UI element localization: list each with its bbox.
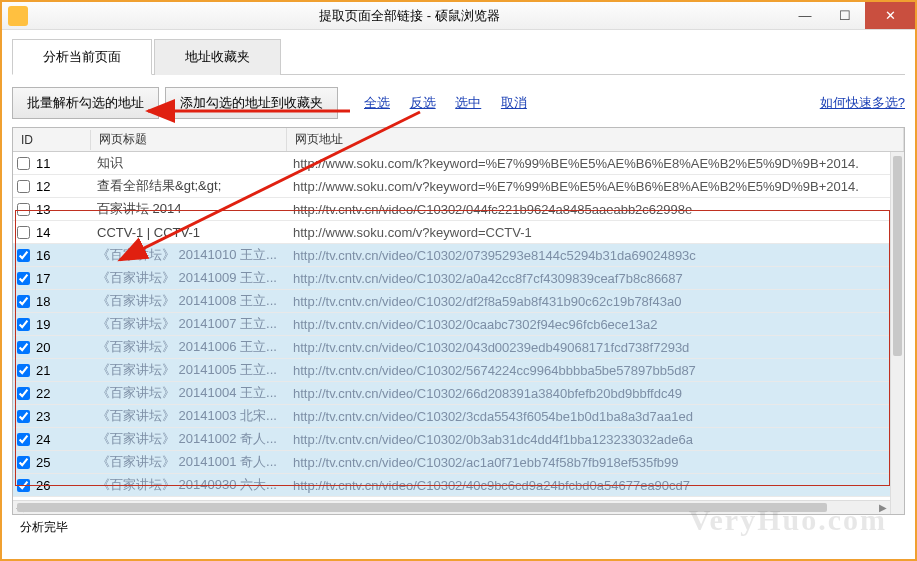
batch-parse-button[interactable]: 批量解析勾选的地址 [12,87,159,119]
table-row[interactable]: 17《百家讲坛》 20141009 王立...http://tv.cntv.cn… [13,267,904,290]
table-row[interactable]: 16《百家讲坛》 20141010 王立...http://tv.cntv.cn… [13,244,904,267]
row-url: http://www.soku.com/v?keyword=%E7%99%BE%… [287,179,904,194]
app-icon [8,6,28,26]
row-checkbox[interactable] [17,203,30,216]
row-checkbox[interactable] [17,157,30,170]
row-checkbox[interactable] [17,249,30,262]
table-row[interactable]: 18《百家讲坛》 20141008 王立...http://tv.cntv.cn… [13,290,904,313]
row-title: 《百家讲坛》 20141002 奇人... [91,430,287,448]
row-id: 20 [36,340,50,355]
row-title: 查看全部结果&gt;&gt; [91,177,287,195]
table-row[interactable]: 23《百家讲坛》 20141003 北宋...http://tv.cntv.cn… [13,405,904,428]
scroll-thumb[interactable] [893,156,902,356]
window-title: 提取页面全部链接 - 硕鼠浏览器 [34,7,785,25]
row-id: 12 [36,179,50,194]
link-grid: ID 网页标题 网页地址 11知识http://www.soku.com/k?k… [12,127,905,515]
row-checkbox[interactable] [17,272,30,285]
row-url: http://www.soku.com/v?keyword=CCTV-1 [287,225,904,240]
row-id: 26 [36,478,50,493]
table-row[interactable]: 13百家讲坛 2014http://tv.cntv.cn/video/C1030… [13,198,904,221]
row-id: 25 [36,455,50,470]
header-url[interactable]: 网页地址 [287,128,904,151]
row-title: 《百家讲坛》 20141005 王立... [91,361,287,379]
tab-bar: 分析当前页面 地址收藏夹 [12,38,905,75]
row-id: 21 [36,363,50,378]
help-link[interactable]: 如何快速多选? [820,94,905,112]
row-url: http://tv.cntv.cn/video/C10302/043d00239… [287,340,904,355]
row-checkbox[interactable] [17,433,30,446]
row-title: 《百家讲坛》 20141010 王立... [91,246,287,264]
grid-header: ID 网页标题 网页地址 [13,128,904,152]
row-id: 13 [36,202,50,217]
row-title: 《百家讲坛》 20140930 六大... [91,476,287,494]
title-bar: 提取页面全部链接 - 硕鼠浏览器 — ☐ ✕ [2,2,915,30]
table-row[interactable]: 24《百家讲坛》 20141002 奇人...http://tv.cntv.cn… [13,428,904,451]
row-url: http://tv.cntv.cn/video/C10302/0caabc730… [287,317,904,332]
table-row[interactable]: 19《百家讲坛》 20141007 王立...http://tv.cntv.cn… [13,313,904,336]
row-checkbox[interactable] [17,410,30,423]
row-checkbox[interactable] [17,456,30,469]
row-id: 19 [36,317,50,332]
table-row[interactable]: 21《百家讲坛》 20141005 王立...http://tv.cntv.cn… [13,359,904,382]
toolbar: 批量解析勾选的地址 添加勾选的地址到收藏夹 全选 反选 选中 取消 如何快速多选… [12,75,905,127]
row-url: http://tv.cntv.cn/video/C10302/07395293e… [287,248,904,263]
row-url: http://tv.cntv.cn/video/C10302/044fc221b… [287,202,904,217]
table-row[interactable]: 11知识http://www.soku.com/k?keyword=%E7%99… [13,152,904,175]
row-title: 《百家讲坛》 20141007 王立... [91,315,287,333]
row-title: 《百家讲坛》 20141004 王立... [91,384,287,402]
table-row[interactable]: 22《百家讲坛》 20141004 王立...http://tv.cntv.cn… [13,382,904,405]
row-id: 24 [36,432,50,447]
tab-favorites[interactable]: 地址收藏夹 [154,39,281,75]
row-url: http://tv.cntv.cn/video/C10302/df2f8a59a… [287,294,904,309]
tab-analyze[interactable]: 分析当前页面 [12,39,152,75]
row-id: 16 [36,248,50,263]
table-row[interactable]: 14CCTV-1 | CCTV-1http://www.soku.com/v?k… [13,221,904,244]
row-id: 17 [36,271,50,286]
window-buttons: — ☐ ✕ [785,2,915,29]
row-url: http://www.soku.com/k?keyword=%E7%99%BE%… [287,156,904,171]
invert-selection-link[interactable]: 反选 [410,95,436,110]
row-checkbox[interactable] [17,479,30,492]
select-all-link[interactable]: 全选 [364,95,390,110]
row-checkbox[interactable] [17,295,30,308]
row-checkbox[interactable] [17,364,30,377]
table-row[interactable]: 25《百家讲坛》 20141001 奇人...http://tv.cntv.cn… [13,451,904,474]
grid-body: 11知识http://www.soku.com/k?keyword=%E7%99… [13,152,904,514]
row-id: 18 [36,294,50,309]
header-title[interactable]: 网页标题 [91,128,287,151]
table-row[interactable]: 26《百家讲坛》 20140930 六大...http://tv.cntv.cn… [13,474,904,497]
close-button[interactable]: ✕ [865,2,915,29]
table-row[interactable]: 12查看全部结果&gt;&gt;http://www.soku.com/v?ke… [13,175,904,198]
row-url: http://tv.cntv.cn/video/C10302/40c9bc6cd… [287,478,904,493]
row-checkbox[interactable] [17,318,30,331]
row-url: http://tv.cntv.cn/video/C10302/0b3ab31dc… [287,432,904,447]
row-title: 《百家讲坛》 20141006 王立... [91,338,287,356]
vertical-scrollbar[interactable] [890,152,904,514]
row-title: 知识 [91,154,287,172]
row-title: CCTV-1 | CCTV-1 [91,225,287,240]
row-id: 23 [36,409,50,424]
selection-links: 全选 反选 选中 取消 [356,94,535,112]
row-checkbox[interactable] [17,226,30,239]
row-title: 《百家讲坛》 20141009 王立... [91,269,287,287]
row-checkbox[interactable] [17,180,30,193]
row-id: 11 [36,156,50,171]
select-link[interactable]: 选中 [455,95,481,110]
row-url: http://tv.cntv.cn/video/C10302/a0a42cc8f… [287,271,904,286]
row-title: 《百家讲坛》 20141003 北宋... [91,407,287,425]
row-url: http://tv.cntv.cn/video/C10302/ac1a0f71e… [287,455,904,470]
table-row[interactable]: 20《百家讲坛》 20141006 王立...http://tv.cntv.cn… [13,336,904,359]
maximize-button[interactable]: ☐ [825,2,865,29]
row-checkbox[interactable] [17,341,30,354]
row-title: 《百家讲坛》 20141001 奇人... [91,453,287,471]
minimize-button[interactable]: — [785,2,825,29]
row-title: 《百家讲坛》 20141008 王立... [91,292,287,310]
cancel-link[interactable]: 取消 [501,95,527,110]
row-title: 百家讲坛 2014 [91,200,287,218]
add-favorites-button[interactable]: 添加勾选的地址到收藏夹 [165,87,338,119]
row-url: http://tv.cntv.cn/video/C10302/66d208391… [287,386,904,401]
row-id: 14 [36,225,50,240]
row-checkbox[interactable] [17,387,30,400]
row-url: http://tv.cntv.cn/video/C10302/3cda5543f… [287,409,904,424]
header-id[interactable]: ID [13,130,91,150]
